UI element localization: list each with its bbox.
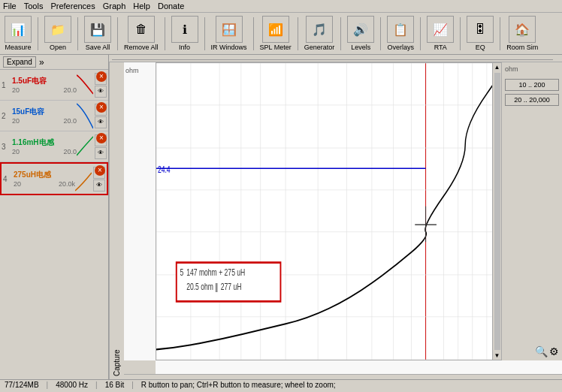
channel-name-3: 1.16mH电感 <box>12 137 77 148</box>
Save All-icon: 💾 <box>84 16 111 43</box>
Levels-icon: 🔊 <box>347 16 374 43</box>
menu-graph[interactable]: Graph <box>103 2 126 11</box>
channel-item-1[interactable]: 1 1.5uF电容 2020.0 ✏ 👁 <box>0 70 108 101</box>
y-axis: ohm <box>124 62 156 360</box>
svg-text:147 mohm + 275 uH: 147 mohm + 275 uH <box>186 267 245 278</box>
channel-item-4[interactable]: 4 275uH电感 2020.0k ✏ 👁 <box>0 162 108 195</box>
tb-sep-1 <box>77 17 78 50</box>
settings-icon[interactable]: ⚙ <box>549 345 559 357</box>
status-bar: 77/124MB | 48000 Hz | 16 Bit | R button … <box>0 379 562 390</box>
x-axis <box>156 360 562 374</box>
menu-preferences[interactable]: Preferences <box>50 2 95 11</box>
Info-icon: ℹ <box>171 16 198 43</box>
Levels-label: Levels <box>351 44 370 51</box>
tb-sep-10 <box>460 17 461 50</box>
channel-delete-2[interactable] <box>96 102 107 113</box>
legend-bar <box>124 374 562 379</box>
svg-text:5: 5 <box>180 267 184 278</box>
zoom-10-200[interactable]: 10 .. 200 <box>505 79 559 91</box>
channel-item-2[interactable]: 2 15uF电容 2020.0 ✏ 👁 <box>0 101 108 131</box>
toolbar-overlays[interactable]: 📋Overlays <box>387 16 414 51</box>
channel-curve-1 <box>77 71 93 98</box>
Save All-label: Save All <box>86 44 110 51</box>
Measure-label: Measure <box>5 44 31 51</box>
hint-text: R button to pan; Ctrl+R button to measur… <box>141 381 336 389</box>
menubar: File Tools Preferences Graph Help Donate <box>0 0 562 13</box>
toolbar-generator[interactable]: 🎵Generator <box>304 16 335 51</box>
scroll-down-btn[interactable]: ▼ <box>494 351 501 360</box>
channel-scale-3: 2020.0 <box>12 148 77 155</box>
capture-label[interactable]: Capture <box>109 62 124 379</box>
channel-name-4: 275uH电感 <box>14 170 75 180</box>
tb-sep-6 <box>298 17 298 50</box>
channel-view-icon-3[interactable]: 👁 <box>95 147 107 159</box>
channel-info-1: 1.5uF电容 2020.0 <box>11 76 77 94</box>
tb-sep-8 <box>380 17 381 50</box>
main: Expand » 1 1.5uF电容 2020.0 ✏ 👁 2 15uF电容 <box>0 55 562 379</box>
menu-file[interactable]: File <box>3 2 17 11</box>
expand-arrows-icon: » <box>39 57 44 68</box>
channel-view-icon-4[interactable]: 👁 <box>93 179 105 191</box>
zoom-label: ohm <box>505 65 559 73</box>
toolbar-measure[interactable]: 📊Measure <box>5 16 32 51</box>
toolbar-spl-meter[interactable]: 📶SPL Meter <box>260 16 292 51</box>
tb-sep-3 <box>165 17 165 50</box>
channel-delete-1[interactable] <box>96 71 107 82</box>
toolbar-open[interactable]: 📁Open <box>44 16 71 51</box>
channel-num-2: 2 <box>2 112 11 120</box>
channel-delete-4[interactable] <box>95 165 105 176</box>
IR Windows-icon: 🪟 <box>216 16 243 43</box>
zoom-in-icon[interactable]: 🔍 <box>535 345 548 357</box>
toolbar-levels[interactable]: 🔊Levels <box>347 16 374 51</box>
channel-view-icon-2[interactable]: 👁 <box>95 116 107 128</box>
channel-view-icon-1[interactable]: 👁 <box>95 86 107 98</box>
toolbar-ir-windows[interactable]: 🪟IR Windows <box>211 16 247 51</box>
RTA-label: RTA <box>434 44 447 51</box>
toolbar-rta[interactable]: 📈RTA <box>427 16 454 51</box>
Room Sim-icon: 🏠 <box>509 16 536 43</box>
tb-sep-9 <box>420 17 421 50</box>
channel-curve-4 <box>75 165 92 192</box>
scroll-thumb[interactable] <box>494 73 500 350</box>
channel-delete-3[interactable] <box>96 133 107 143</box>
menu-donate[interactable]: Donate <box>158 2 184 11</box>
toolbar-save-all[interactable]: 💾Save All <box>84 16 111 51</box>
channel-list: 1 1.5uF电容 2020.0 ✏ 👁 2 15uF电容 2020.0 <box>0 70 108 379</box>
channel-mini-2 <box>77 102 93 129</box>
tb-sep-11 <box>500 17 500 50</box>
channel-scale-4: 2020.0k <box>14 180 75 188</box>
menu-tools[interactable]: Tools <box>24 2 44 11</box>
graph-container: ohm <box>124 62 562 379</box>
channel-mini-4 <box>75 165 92 192</box>
svg-text:24.4: 24.4 <box>158 164 171 174</box>
EQ-label: EQ <box>476 44 485 51</box>
toolbar-eq[interactable]: 🎛EQ <box>467 16 494 51</box>
channel-item-3[interactable]: 3 1.16mH电感 2020.0 ✏ 👁 <box>0 131 108 162</box>
zoom-20-20000[interactable]: 20 .. 20,000 <box>505 94 559 106</box>
tab-row <box>112 56 553 60</box>
channel-info-3: 1.16mH电感 2020.0 <box>11 137 77 155</box>
channel-info-2: 15uF电容 2020.0 <box>11 107 77 125</box>
expand-button[interactable]: Expand <box>3 56 36 68</box>
graph-area[interactable]: 5 147 mohm + 275 uH 20.5 ohm ‖ 277 uH 24… <box>156 62 502 360</box>
toolbar: 📊Measure📁Open💾Save All🗑Remove AllℹInfo🪟I… <box>0 13 562 55</box>
right-panel: Capture ohm <box>109 55 562 379</box>
EQ-icon: 🎛 <box>467 16 494 43</box>
graph-main: ohm <box>124 62 562 360</box>
toolbar-info[interactable]: ℹInfo <box>171 16 198 51</box>
Generator-label: Generator <box>304 44 335 51</box>
Overlays-label: Overlays <box>388 44 415 51</box>
toolbar-room-sim[interactable]: 🏠Room Sim <box>506 16 538 51</box>
SPL Meter-icon: 📶 <box>262 16 289 43</box>
controls-row <box>109 55 562 62</box>
tb-sep-4 <box>204 17 205 50</box>
scrollbar-vertical[interactable]: ▲ ▼ <box>492 63 501 360</box>
expand-bar: Expand » <box>0 55 108 70</box>
channel-scale-2: 2020.0 <box>12 117 77 125</box>
bit-depth: 16 Bit <box>105 381 125 389</box>
scroll-up-btn[interactable]: ▲ <box>494 63 501 71</box>
channel-num-3: 3 <box>2 143 11 151</box>
menu-help[interactable]: Help <box>133 2 150 11</box>
toolbar-remove-all[interactable]: 🗑Remove All <box>124 16 159 51</box>
RTA-icon: 📈 <box>427 16 454 43</box>
